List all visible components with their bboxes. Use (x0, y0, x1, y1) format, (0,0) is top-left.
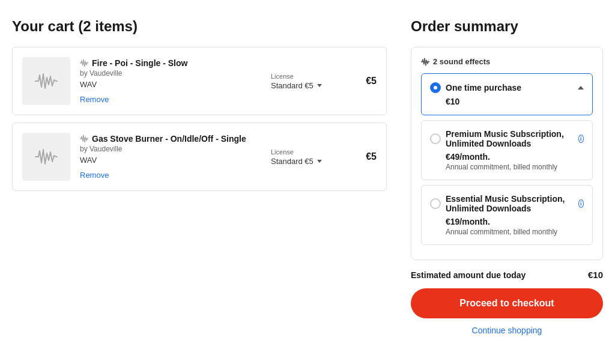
option-one-time-header: One time purchase (430, 82, 584, 93)
waveform-icon (34, 145, 58, 169)
waveform-small-icon (80, 59, 88, 67)
item-2-license-label: License (271, 148, 294, 156)
option-essential-name: Essential Music Subscription, Unlimited … (446, 194, 574, 213)
option-one-time[interactable]: One time purchase €10 (421, 73, 593, 115)
option-premium-name: Premium Music Subscription, Unlimited Do… (446, 129, 574, 148)
item-1-name: Fire - Poi - Single - Slow (92, 58, 187, 68)
item-1-remove-button[interactable]: Remove (80, 95, 109, 104)
order-box: 2 sound effects One time purchase €10 (411, 47, 603, 260)
waveform-icon (34, 69, 58, 93)
radio-premium[interactable] (430, 133, 441, 144)
option-premium-header: Premium Music Subscription, Unlimited Do… (430, 129, 584, 148)
chevron-up-icon (578, 86, 584, 89)
option-essential-label-row: Essential Music Subscription, Unlimited … (430, 194, 584, 213)
option-essential-price: €19/month. (446, 217, 584, 226)
info-premium-icon[interactable]: i (578, 135, 584, 143)
option-premium-price: €49/month. (446, 152, 584, 162)
item-details-1: Fire - Poi - Single - Slow by Vaudeville… (80, 58, 261, 105)
item-2-license-select[interactable]: Standard €5 (271, 157, 322, 166)
item-name-row-2: Gas Stove Burner - On/Idle/Off - Single (80, 134, 261, 144)
option-premium-label-row: Premium Music Subscription, Unlimited Do… (430, 129, 584, 148)
chevron-down-icon (317, 160, 322, 163)
item-1-price: €5 (359, 76, 377, 86)
item-1-license-label: License (271, 73, 294, 80)
item-2-license: License Standard €5 (271, 148, 349, 166)
item-1-author: by Vaudeville (80, 69, 261, 77)
item-1-license-value: Standard €5 (271, 81, 314, 90)
item-1-license: License Standard €5 (271, 73, 349, 90)
radio-one-time[interactable] (430, 82, 441, 93)
estimated-row: Estimated amount due today €10 (411, 260, 603, 288)
item-details-2: Gas Stove Burner - On/Idle/Off - Single … (80, 134, 261, 180)
sound-effects-header: 2 sound effects (421, 57, 593, 66)
cart-section: Your cart (2 items) Fire - Poi - Single … (12, 18, 387, 198)
cart-title: Your cart (2 items) (12, 18, 387, 35)
item-name-row-1: Fire - Poi - Single - Slow (80, 58, 261, 68)
item-thumbnail-2 (22, 133, 70, 181)
item-2-remove-button[interactable]: Remove (80, 171, 109, 180)
option-essential-sub: Annual commitment, billed monthly (446, 228, 584, 236)
radio-essential[interactable] (430, 198, 441, 209)
item-2-format: WAV (80, 156, 261, 165)
item-2-license-value: Standard €5 (271, 157, 314, 166)
option-premium[interactable]: Premium Music Subscription, Unlimited Do… (421, 120, 593, 180)
option-essential[interactable]: Essential Music Subscription, Unlimited … (421, 185, 593, 245)
option-one-time-label-row: One time purchase (430, 82, 521, 93)
order-summary-section: Order summary 2 sound effects One time p… (411, 18, 603, 335)
item-2-name: Gas Stove Burner - On/Idle/Off - Single (92, 134, 246, 144)
item-2-price: €5 (359, 151, 377, 162)
waveform-small-icon (80, 135, 88, 143)
option-premium-sub: Annual commitment, billed monthly (446, 163, 584, 171)
checkout-button[interactable]: Proceed to checkout (411, 288, 603, 318)
option-one-time-price: €10 (446, 97, 584, 106)
order-summary-title: Order summary (411, 18, 603, 35)
cart-item: Fire - Poi - Single - Slow by Vaudeville… (12, 47, 387, 115)
cart-item: Gas Stove Burner - On/Idle/Off - Single … (12, 123, 387, 191)
info-essential-icon[interactable]: i (578, 199, 584, 208)
item-2-author: by Vaudeville (80, 145, 261, 153)
continue-shopping-link[interactable]: Continue shopping (411, 326, 603, 335)
option-one-time-name: One time purchase (446, 83, 521, 93)
sound-effects-label: 2 sound effects (433, 57, 490, 66)
waveform-header-icon (421, 58, 429, 66)
estimated-label: Estimated amount due today (411, 270, 526, 280)
item-1-license-select[interactable]: Standard €5 (271, 81, 322, 90)
chevron-down-icon (317, 84, 322, 87)
item-thumbnail-1 (22, 57, 70, 105)
estimated-amount: €10 (588, 270, 603, 280)
option-essential-header: Essential Music Subscription, Unlimited … (430, 194, 584, 213)
item-1-format: WAV (80, 80, 261, 89)
